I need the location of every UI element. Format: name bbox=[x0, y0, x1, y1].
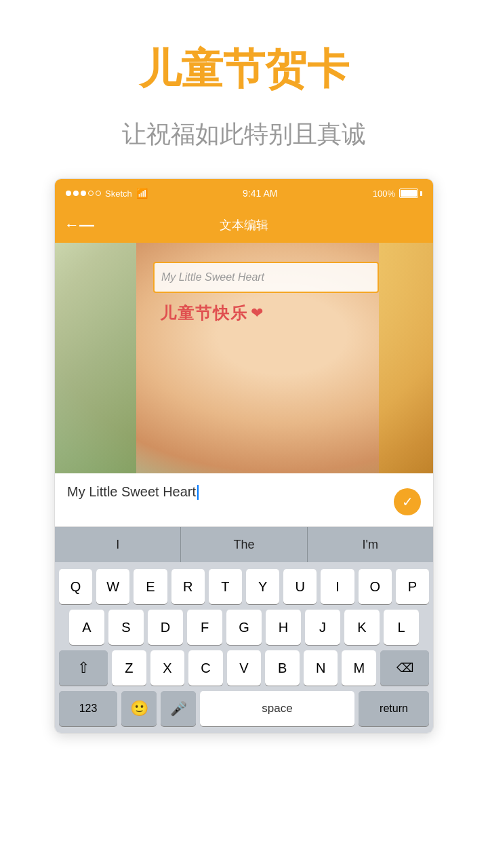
key-m[interactable]: M bbox=[342, 650, 376, 686]
key-e[interactable]: E bbox=[134, 569, 167, 604]
check-icon: ✓ bbox=[402, 494, 413, 510]
key-r[interactable]: R bbox=[171, 569, 205, 604]
emoji-key[interactable]: 🙂 bbox=[121, 691, 157, 726]
key-n[interactable]: N bbox=[304, 650, 338, 686]
signal-dot-3 bbox=[81, 191, 86, 196]
baby-left-overlay bbox=[55, 243, 136, 473]
app-title: 儿童节贺卡 bbox=[27, 41, 461, 98]
top-section: 儿童节贺卡 让祝福如此特别且真诚 bbox=[0, 0, 488, 172]
key-h[interactable]: H bbox=[266, 610, 301, 645]
key-j[interactable]: J bbox=[305, 610, 340, 645]
card-right-overlay bbox=[379, 243, 433, 473]
app-subtitle: 让祝福如此特别且真诚 bbox=[27, 118, 461, 151]
key-a[interactable]: A bbox=[69, 610, 104, 645]
battery-fill bbox=[401, 190, 417, 197]
keyboard-bottom-row: 123 🙂 🎤 space return bbox=[59, 691, 429, 730]
status-right: 100% bbox=[373, 189, 422, 199]
signal-dot-2 bbox=[73, 191, 79, 196]
key-z[interactable]: Z bbox=[112, 650, 146, 686]
key-k[interactable]: K bbox=[344, 610, 380, 645]
key-i[interactable]: I bbox=[321, 569, 354, 604]
key-p[interactable]: P bbox=[396, 569, 429, 604]
return-label: return bbox=[380, 703, 408, 715]
back-button[interactable]: ←— bbox=[64, 216, 94, 234]
keyboard-row-3: ⇧ Z X C V B N M ⌫ bbox=[59, 650, 429, 686]
signal-dot-4 bbox=[88, 191, 94, 196]
autocomplete-item-2[interactable]: The bbox=[181, 527, 307, 562]
signal-dot-5 bbox=[96, 191, 101, 196]
mic-key[interactable]: 🎤 bbox=[161, 691, 196, 726]
status-time: 9:41 AM bbox=[243, 188, 277, 199]
space-key[interactable]: space bbox=[200, 691, 354, 726]
nav-bar: ←— 文本编辑 bbox=[55, 208, 433, 243]
shift-icon: ⇧ bbox=[77, 659, 89, 677]
nav-title: 文本编辑 bbox=[220, 217, 268, 233]
key-q[interactable]: Q bbox=[59, 569, 92, 604]
carrier-name: Sketch bbox=[105, 189, 132, 199]
status-left: Sketch 📶 bbox=[66, 188, 148, 199]
key-t[interactable]: T bbox=[209, 569, 242, 604]
key-g[interactable]: G bbox=[226, 610, 262, 645]
key-v[interactable]: V bbox=[227, 650, 262, 686]
edit-text-value: My Little Sweet Heart bbox=[67, 484, 196, 500]
text-edit-area[interactable]: My Little Sweet Heart ✓ bbox=[55, 473, 433, 527]
delete-icon: ⌫ bbox=[396, 660, 413, 675]
text-cursor bbox=[197, 485, 199, 500]
key-x[interactable]: X bbox=[150, 650, 185, 686]
mic-icon: 🎤 bbox=[170, 701, 187, 717]
space-label: space bbox=[262, 702, 292, 715]
key-d[interactable]: D bbox=[148, 610, 183, 645]
heart-icon: ❤ bbox=[251, 304, 263, 322]
key-f[interactable]: F bbox=[187, 610, 222, 645]
key-u[interactable]: U bbox=[283, 569, 317, 604]
battery-bar bbox=[399, 189, 418, 198]
edit-text-content: My Little Sweet Heart bbox=[67, 484, 199, 500]
num-label: 123 bbox=[79, 703, 98, 715]
key-y[interactable]: Y bbox=[246, 569, 279, 604]
key-s[interactable]: S bbox=[108, 610, 144, 645]
battery-indicator bbox=[399, 189, 422, 198]
chinese-greeting: 儿童节快乐 bbox=[160, 302, 248, 324]
autocomplete-bar: I The I'm bbox=[55, 527, 433, 562]
keyboard-row-1: Q W E R T Y U I O P bbox=[59, 569, 429, 604]
key-b[interactable]: B bbox=[265, 650, 300, 686]
delete-key[interactable]: ⌫ bbox=[380, 650, 429, 686]
wifi-icon: 📶 bbox=[136, 188, 148, 199]
confirm-button[interactable]: ✓ bbox=[394, 488, 421, 515]
key-l[interactable]: L bbox=[384, 610, 419, 645]
key-w[interactable]: W bbox=[96, 569, 129, 604]
phone-mockup: Sketch 📶 9:41 AM 100% ←— 文本编辑 bbox=[54, 178, 434, 734]
signal-dot-1 bbox=[66, 191, 71, 196]
card-text-input[interactable]: My Little Sweet Heart bbox=[153, 262, 379, 293]
battery-percent: 100% bbox=[373, 189, 395, 199]
num-key[interactable]: 123 bbox=[59, 691, 117, 726]
return-key[interactable]: return bbox=[359, 691, 429, 726]
autocomplete-item-3[interactable]: I'm bbox=[308, 527, 433, 562]
card-chinese-text: 儿童节快乐 ❤ bbox=[160, 302, 263, 324]
keyboard: Q W E R T Y U I O P A S D F G H J K bbox=[55, 562, 433, 733]
key-c[interactable]: C bbox=[188, 650, 223, 686]
status-bar: Sketch 📶 9:41 AM 100% bbox=[55, 179, 433, 208]
phone-mockup-container: Sketch 📶 9:41 AM 100% ←— 文本编辑 bbox=[0, 172, 488, 734]
autocomplete-item-1[interactable]: I bbox=[55, 527, 181, 562]
card-area: My Little Sweet Heart 儿童节快乐 ❤ bbox=[55, 243, 433, 473]
shift-key[interactable]: ⇧ bbox=[59, 650, 108, 686]
emoji-icon: 🙂 bbox=[130, 700, 148, 717]
signal-dots bbox=[66, 191, 101, 196]
battery-tip bbox=[420, 191, 422, 196]
key-o[interactable]: O bbox=[359, 569, 392, 604]
keyboard-row-2: A S D F G H J K L bbox=[59, 610, 429, 645]
card-input-placeholder: My Little Sweet Heart bbox=[161, 271, 264, 283]
